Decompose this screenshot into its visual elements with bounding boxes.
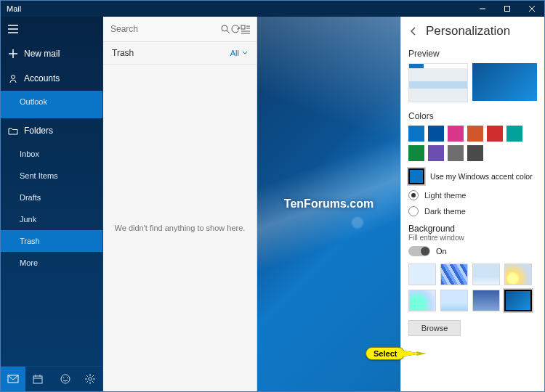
plus-icon: [8, 49, 18, 59]
color-swatch[interactable]: [448, 145, 464, 161]
sidebar: New mail Accounts Outlook Folders Inbox …: [1, 17, 103, 391]
color-swatch[interactable]: [506, 126, 522, 142]
colors-section-label: Colors: [401, 108, 544, 123]
folder-junk[interactable]: Junk: [1, 208, 102, 230]
background-thumb[interactable]: [440, 264, 468, 285]
app-title: Mail: [7, 4, 470, 13]
watermark: TenForums.com: [284, 197, 374, 211]
new-mail-label: New mail: [24, 49, 60, 59]
folder-drafts[interactable]: Drafts: [1, 187, 102, 208]
callout-tail: [403, 351, 421, 356]
background-section: Background Fill entire window: [401, 219, 544, 243]
svg-rect-1: [505, 7, 510, 12]
select-callout: Select: [366, 347, 427, 360]
feedback-button[interactable]: [53, 367, 78, 391]
callout-bubble: Select: [366, 347, 405, 360]
back-button[interactable]: [408, 26, 419, 36]
svg-point-16: [63, 377, 65, 379]
panel-title: Personalization: [426, 24, 510, 38]
search-icon[interactable]: [221, 25, 231, 34]
color-swatch[interactable]: [408, 145, 424, 161]
browse-button[interactable]: Browse: [408, 320, 461, 336]
background-thumb[interactable]: [408, 290, 436, 311]
person-icon: [8, 73, 18, 83]
account-name: Outlook: [20, 97, 47, 106]
folder-trash[interactable]: Trash: [1, 230, 102, 252]
folder-inbox[interactable]: Inbox: [1, 143, 102, 165]
color-swatch[interactable]: [448, 126, 464, 142]
reading-pane: TenForums.com: [257, 17, 400, 391]
svg-point-15: [61, 375, 70, 383]
new-mail-button[interactable]: New mail: [1, 41, 102, 66]
svg-rect-11: [33, 376, 42, 383]
search-bar: [103, 17, 257, 42]
settings-button[interactable]: [78, 367, 102, 391]
background-thumb[interactable]: [504, 264, 532, 285]
mail-app-button[interactable]: [1, 367, 25, 391]
close-button[interactable]: [520, 1, 544, 17]
folder-sent[interactable]: Sent Items: [1, 165, 102, 187]
background-thumb[interactable]: [472, 264, 500, 285]
folders-header[interactable]: Folders: [1, 118, 102, 143]
fill-label: Fill entire window: [408, 234, 537, 242]
background-thumbs: [401, 259, 544, 316]
background-thumb-selected[interactable]: [504, 290, 532, 311]
folder-icon: [8, 126, 18, 136]
calendar-app-button[interactable]: [25, 367, 50, 391]
color-swatch[interactable]: [408, 126, 424, 142]
folder-more[interactable]: More: [1, 252, 102, 274]
hamburger-icon: [8, 24, 18, 34]
mail-app-window: Mail New mail Accounts Outlook Folders I…: [0, 0, 545, 392]
message-list-pane: Trash All We didn't find anything to sho…: [103, 17, 257, 391]
radio-icon: [408, 190, 419, 200]
toggle-switch-icon: [408, 246, 430, 256]
sync-icon[interactable]: [231, 25, 241, 34]
maximize-button[interactable]: [495, 1, 520, 17]
search-input[interactable]: [109, 23, 221, 35]
accounts-header[interactable]: Accounts: [1, 66, 102, 91]
color-swatch[interactable]: [487, 126, 503, 142]
preview-background: [472, 63, 537, 101]
preview-layout: [408, 63, 468, 102]
sidebar-bottom-bar: [1, 366, 102, 391]
panel-header: Personalization: [401, 17, 544, 46]
svg-line-25: [92, 375, 94, 377]
background-label: Background: [408, 224, 537, 234]
color-swatch[interactable]: [428, 126, 444, 142]
accent-label: Use my Windows accent color: [430, 172, 533, 181]
minimize-button[interactable]: [470, 1, 495, 17]
svg-point-17: [67, 377, 68, 379]
svg-line-28: [227, 30, 230, 33]
color-swatch[interactable]: [428, 145, 444, 161]
svg-line-24: [92, 381, 94, 383]
svg-point-27: [222, 25, 227, 31]
fill-toggle[interactable]: On: [401, 243, 544, 259]
light-theme-radio[interactable]: Light theme: [401, 187, 544, 203]
preview-row: [401, 60, 544, 108]
background-thumb[interactable]: [472, 290, 500, 311]
personalization-panel: Personalization Preview Colors Use my Wi…: [400, 17, 544, 391]
app-body: New mail Accounts Outlook Folders Inbox …: [1, 17, 544, 391]
background-thumb[interactable]: [440, 290, 468, 311]
color-swatches: [401, 123, 544, 166]
hamburger-button[interactable]: [1, 17, 102, 41]
empty-state: We didn't find anything to show here.: [103, 65, 257, 391]
color-swatch[interactable]: [467, 126, 483, 142]
color-swatch[interactable]: [467, 145, 483, 161]
folders-label: Folders: [24, 126, 53, 136]
list-title: Trash: [112, 48, 230, 58]
account-outlook[interactable]: Outlook: [1, 91, 102, 113]
radio-icon: [408, 206, 419, 216]
accounts-label: Accounts: [24, 73, 60, 83]
titlebar: Mail: [1, 1, 544, 17]
background-thumb[interactable]: [408, 264, 436, 285]
empty-state-text: We didn't find anything to show here.: [115, 224, 246, 232]
dark-theme-radio[interactable]: Dark theme: [401, 203, 544, 219]
preview-section-label: Preview: [401, 46, 544, 60]
svg-line-23: [86, 375, 88, 377]
select-mode-icon[interactable]: [241, 25, 251, 34]
toggle-state: On: [436, 247, 447, 256]
accent-row[interactable]: Use my Windows accent color: [401, 166, 544, 187]
list-filter-button[interactable]: All: [230, 49, 248, 57]
svg-line-26: [86, 381, 88, 383]
